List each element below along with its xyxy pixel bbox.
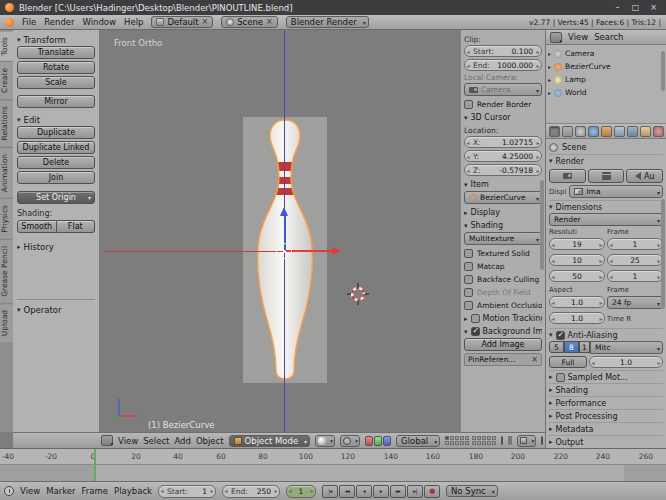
jump-to-end-button[interactable] (407, 485, 423, 498)
textured-solid-checkbox[interactable] (464, 249, 473, 258)
outliner-scrollbar[interactable] (661, 51, 665, 91)
lock-icon[interactable] (501, 436, 503, 445)
record-button[interactable] (424, 485, 440, 498)
post-processing-panel-header[interactable]: Post Processing (549, 409, 663, 422)
cursor-panel-header[interactable]: 3D Cursor (464, 111, 542, 124)
tab-render-layers-icon[interactable] (562, 126, 573, 137)
flat-button[interactable]: Flat (57, 220, 96, 233)
render-display-selector[interactable]: Ima (569, 185, 663, 198)
frame-end-header-field[interactable]: End: 250 (222, 485, 280, 498)
editor-type-icon[interactable] (101, 435, 113, 446)
aspect-x-field[interactable]: 1.0 (549, 296, 605, 308)
outliner-item-world[interactable]: ▸ World (548, 86, 664, 99)
matcap-row[interactable]: Matcap (464, 260, 542, 273)
operator-panel-header[interactable]: Operator (17, 304, 95, 316)
next-keyframe-button[interactable] (390, 485, 406, 498)
clip-end-field[interactable]: End: 1000.000 (464, 59, 542, 71)
textured-solid-row[interactable]: Textured Solid (464, 247, 542, 260)
tool-tab-upload[interactable]: Upload (0, 303, 13, 342)
remove-image-icon[interactable] (531, 355, 538, 364)
shading-mode-selector[interactable]: Multitexture (464, 232, 542, 245)
audio-button[interactable]: Au (626, 169, 663, 183)
aa-samples-5-button[interactable]: 5 (549, 341, 564, 353)
local-camera-selector[interactable]: Camera (464, 83, 542, 96)
ambient-occlusion-row[interactable]: Ambient Occlusion (464, 299, 542, 312)
expand-icon[interactable]: ▸ (548, 89, 551, 96)
backface-culling-checkbox[interactable] (464, 275, 473, 284)
menu-render[interactable]: Render (44, 17, 74, 27)
screen-layout-selector[interactable]: Default (151, 16, 213, 28)
snap-magnet-icon[interactable] (508, 436, 512, 445)
maximize-button[interactable]: □ (628, 2, 643, 14)
set-origin-menu[interactable]: Set Origin (17, 191, 95, 204)
frame-start-field[interactable]: 1 (607, 238, 663, 250)
screen-layout-close-icon[interactable] (201, 18, 208, 26)
frame-start-header-field[interactable]: Start: 1 (158, 485, 216, 498)
display-panel-header[interactable]: Display (464, 206, 542, 219)
translate-button[interactable]: Translate (17, 46, 95, 59)
aspect-y-field[interactable]: 1.0 (549, 312, 605, 324)
backface-culling-row[interactable]: Backface Culling (464, 273, 542, 286)
ambient-occlusion-checkbox[interactable] (464, 301, 473, 310)
timeline-editor-icon[interactable] (4, 486, 14, 496)
translate-manipulator-icon[interactable] (365, 436, 373, 446)
cursor-x-field[interactable]: X: 1.02715 (464, 136, 542, 148)
tool-tab-tools[interactable]: Tools (0, 30, 13, 61)
scene-selector[interactable]: Scene (221, 16, 278, 28)
current-frame-field[interactable]: 1 (286, 485, 316, 498)
minimize-button[interactable]: – (610, 2, 625, 14)
tool-tab-animation[interactable]: Animation (0, 147, 13, 198)
timeline-menu-frame[interactable]: Frame (82, 486, 108, 496)
join-button[interactable]: Join (17, 171, 95, 184)
pivot-center-selector[interactable] (340, 435, 360, 447)
aa-samples-11-button[interactable]: 1 (579, 341, 590, 353)
clip-start-field[interactable]: Start: 0.100 (464, 45, 542, 57)
tab-world-icon[interactable] (588, 126, 599, 137)
mode-selector[interactable]: Object Mode (229, 435, 311, 447)
view3d-menu-object[interactable]: Object (196, 436, 224, 446)
dimensions-panel-header[interactable]: Dimensions (549, 200, 663, 213)
rotate-manipulator-icon[interactable] (374, 436, 382, 446)
duplicate-linked-button[interactable]: Duplicate Linked (17, 141, 95, 154)
tab-render-icon[interactable] (549, 126, 560, 137)
edit-panel-header[interactable]: Edit (17, 114, 95, 126)
view3d-menu-select[interactable]: Select (143, 436, 169, 446)
expand-icon[interactable]: ▸ (548, 50, 551, 57)
render-button[interactable] (549, 169, 586, 183)
viewport-shading-selector[interactable] (315, 435, 335, 447)
scale-manipulator-icon[interactable] (383, 436, 391, 446)
depth-of-field-row[interactable]: Depth Of Field (464, 286, 542, 299)
render-border-checkbox[interactable] (464, 100, 473, 109)
previous-keyframe-button[interactable] (339, 485, 355, 498)
view3d-menu-view[interactable]: View (118, 436, 138, 446)
resolution-x-field[interactable]: 19 (549, 238, 605, 250)
z-manipulator-arrow[interactable] (280, 207, 288, 216)
background-images-panel-header[interactable]: Background Images (464, 325, 542, 338)
frame-end-field[interactable]: 25 (607, 254, 663, 266)
timeline-menu-marker[interactable]: Marker (46, 486, 75, 496)
snap-element-selector[interactable] (517, 435, 536, 447)
metadata-panel-header[interactable]: Metadata (549, 422, 663, 435)
outliner-menu-search[interactable]: Search (594, 32, 623, 42)
jump-to-start-button[interactable] (322, 485, 338, 498)
shading-render-panel-header[interactable]: Shading (549, 383, 663, 396)
scene-close-icon[interactable] (266, 18, 273, 26)
background-images-checkbox[interactable] (471, 327, 480, 336)
menu-window[interactable]: Window (83, 17, 117, 27)
outliner-editor-icon[interactable] (550, 32, 562, 43)
tab-constraints-icon[interactable] (614, 126, 625, 137)
item-name-field[interactable]: BezierCurve (464, 191, 542, 204)
aa-samples-8-button[interactable]: 8 (564, 341, 579, 353)
sampled-motion-blur-checkbox[interactable] (556, 373, 565, 382)
menu-help[interactable]: Help (124, 17, 143, 27)
performance-panel-header[interactable]: Performance (549, 396, 663, 409)
timeline-ruler[interactable]: -40 -20 0 20 40 60 80 100 120 140 160 18… (0, 449, 666, 465)
shading-panel-header[interactable]: Shading (464, 219, 542, 232)
close-button[interactable]: × (646, 2, 661, 14)
timeline-region[interactable]: -40 -20 0 20 40 60 80 100 120 140 160 18… (0, 448, 666, 481)
antialiasing-panel-header[interactable]: Anti-Aliasing (549, 328, 663, 341)
tool-tab-grease-pencil[interactable]: Grease Pencil (0, 239, 13, 303)
expand-icon[interactable]: ▸ (548, 63, 551, 70)
render-panel-header[interactable]: Render (549, 154, 663, 167)
motion-tracking-panel-header[interactable]: Motion Tracking (464, 312, 542, 325)
